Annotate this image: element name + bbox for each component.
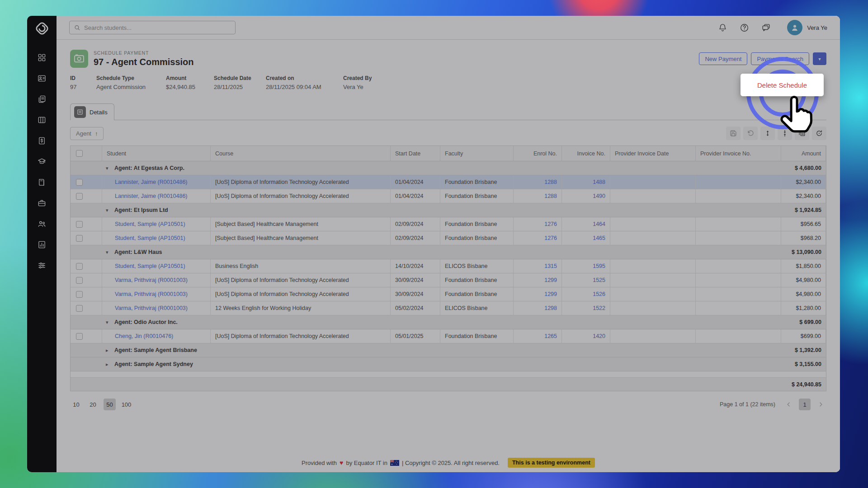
sidebar-item-documents[interactable] [34, 94, 50, 103]
row-checkbox[interactable] [76, 333, 83, 340]
sidebar-item-agents[interactable] [34, 219, 50, 228]
collapse-group-icon[interactable]: ▾ [106, 165, 110, 171]
delete-schedule-label: Delete Schedule [757, 81, 807, 89]
search-input[interactable] [84, 24, 231, 31]
new-payment-button[interactable]: New Payment [699, 52, 747, 65]
column-header-amount[interactable]: Amount [781, 146, 826, 161]
tab-details[interactable]: Details [70, 103, 114, 120]
enrol-no-link[interactable]: 1299 [544, 277, 557, 283]
student-link[interactable]: Student, Sample (AP10501) [115, 263, 185, 269]
select-all-checkbox[interactable] [76, 150, 83, 157]
collapse-group-icon[interactable]: ▾ [106, 249, 110, 255]
invoice-no-link[interactable]: 1465 [593, 235, 605, 241]
invoice-no-link[interactable]: 1490 [593, 193, 605, 199]
enrol-no-link[interactable]: 1315 [544, 263, 557, 269]
row-checkbox[interactable] [76, 305, 83, 312]
column-header-select[interactable] [71, 146, 102, 161]
student-link[interactable]: Student, Sample (AP10501) [115, 235, 185, 241]
sidebar-item-settings[interactable] [34, 261, 50, 270]
student-link[interactable]: Cheng, Jin (R0010476) [115, 333, 173, 339]
expand-button[interactable] [760, 127, 775, 140]
column-header-faculty[interactable]: Faculty [440, 146, 514, 161]
group-row: ▾Agent: At Egestas A Corp.$ 4,680.00 [71, 161, 826, 175]
student-link[interactable]: Lannister, Jaime (R0010486) [115, 193, 188, 199]
invoice-no-link[interactable]: 1526 [593, 291, 605, 297]
student-link[interactable]: Varma, Prithviraj (R0001003) [115, 305, 188, 311]
main-area: Vera Ye SCHEDULE PAYMENT 97 - Agent Comm… [57, 16, 840, 472]
page-size-10[interactable]: 10 [70, 399, 82, 410]
expand-group-icon[interactable]: ▸ [106, 361, 110, 367]
row-checkbox[interactable] [76, 277, 83, 284]
delete-schedule-menu-item[interactable]: Delete Schedule [741, 74, 824, 96]
cell-student: Varma, Prithviraj (R0001003) [102, 287, 211, 301]
column-header-provider-invoice-no-[interactable]: Provider Invoice No. [696, 146, 781, 161]
column-header-enrol-no-[interactable]: Enrol No. [514, 146, 562, 161]
messages-icon[interactable] [761, 23, 771, 33]
copy-button[interactable] [795, 127, 809, 140]
enrol-no-link[interactable]: 1265 [544, 333, 557, 339]
collapse-button[interactable] [778, 127, 792, 140]
cell-provider-invoice-date [610, 217, 696, 231]
invoice-no-link[interactable]: 1420 [593, 333, 605, 339]
sidebar-item-courses[interactable] [34, 157, 50, 166]
page-size-100[interactable]: 100 [120, 399, 132, 410]
sidebar-item-boards[interactable] [34, 115, 50, 124]
enrol-no-link[interactable]: 1276 [544, 235, 557, 241]
sidebar-item-reports[interactable] [34, 240, 50, 249]
page-number-button[interactable]: 1 [799, 399, 811, 410]
student-link[interactable]: Varma, Prithviraj (R0001003) [115, 277, 188, 283]
column-header-course[interactable]: Course [211, 146, 391, 161]
invoice-no-link[interactable]: 1488 [593, 179, 605, 185]
student-link[interactable]: Student, Sample (AP10501) [115, 221, 185, 227]
app-logo[interactable] [27, 16, 57, 41]
page-size-50[interactable]: 50 [104, 399, 116, 410]
enrol-no-link[interactable]: 1276 [544, 221, 557, 227]
row-checkbox[interactable] [76, 179, 83, 186]
help-icon[interactable] [739, 23, 749, 33]
column-header-invoice-no-[interactable]: Invoice No. [562, 146, 610, 161]
next-page-button[interactable] [815, 399, 826, 410]
row-checkbox[interactable] [76, 291, 83, 298]
sidebar-item-invoices[interactable] [34, 136, 50, 145]
row-checkbox[interactable] [76, 221, 83, 228]
user-menu[interactable]: Vera Ye [787, 20, 827, 35]
expand-group-icon[interactable]: ▸ [106, 347, 110, 353]
page-size-20[interactable]: 20 [87, 399, 99, 410]
row-checkbox[interactable] [76, 263, 83, 270]
collapse-group-icon[interactable]: ▾ [106, 319, 110, 325]
refresh-button[interactable] [812, 127, 826, 140]
more-actions-dropdown-button[interactable]: ▾ [813, 52, 826, 65]
invoice-no-link[interactable]: 1464 [593, 221, 605, 227]
sidebar-item-students[interactable] [34, 74, 50, 83]
sidebar-item-jobs[interactable] [34, 198, 50, 207]
sidebar-item-library[interactable] [34, 178, 50, 187]
row-checkbox[interactable] [76, 235, 83, 242]
cell-start-date: 02/09/2024 [391, 231, 440, 245]
cell-amount: $699.00 [781, 329, 826, 343]
enrol-no-link[interactable]: 1288 [544, 179, 557, 185]
prev-page-button[interactable] [783, 399, 795, 410]
enrol-no-link[interactable]: 1298 [544, 305, 557, 311]
column-header-student[interactable]: Student [102, 146, 211, 161]
group-chip-agent[interactable]: Agent ↑ [70, 127, 104, 140]
payments-search-button[interactable]: Payments Search [751, 52, 809, 65]
invoice-no-link[interactable]: 1595 [593, 263, 605, 269]
row-checkbox[interactable] [76, 193, 83, 200]
cell-invoice-no: 1464 [562, 217, 610, 231]
enrol-no-link[interactable]: 1288 [544, 193, 557, 199]
cell-student: Student, Sample (AP10501) [102, 217, 211, 231]
student-link[interactable]: Lannister, Jaime (R0010486) [115, 179, 188, 185]
page-titles: SCHEDULE PAYMENT 97 - Agent Commission [94, 50, 194, 67]
bell-icon[interactable] [717, 23, 727, 33]
collapse-group-icon[interactable]: ▾ [106, 207, 110, 213]
cell-amount: $2,340.00 [781, 175, 826, 189]
enrol-no-link[interactable]: 1299 [544, 291, 557, 297]
search-box[interactable] [69, 21, 236, 34]
invoice-no-link[interactable]: 1525 [593, 277, 605, 283]
sidebar-item-dashboard[interactable] [34, 53, 50, 62]
column-header-start-date[interactable]: Start Date [391, 146, 440, 161]
column-header-provider-invoice-date[interactable]: Provider Invoice Date [610, 146, 696, 161]
student-link[interactable]: Varma, Prithviraj (R0001003) [115, 291, 188, 297]
save-button [726, 127, 741, 140]
invoice-no-link[interactable]: 1522 [593, 305, 605, 311]
